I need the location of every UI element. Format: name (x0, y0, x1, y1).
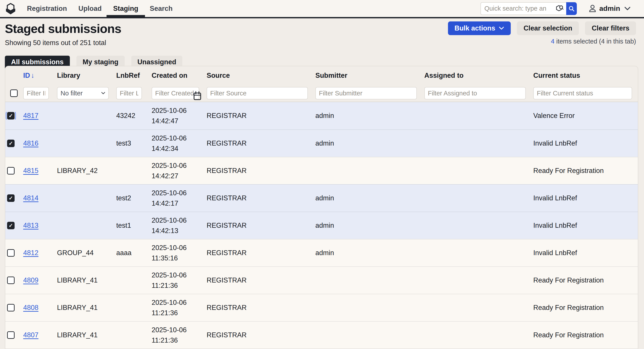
nav-item-upload[interactable]: Upload (78, 0, 102, 17)
checkmark-icon: ✓ (8, 141, 13, 146)
column-header-label: Source (207, 71, 230, 79)
lnbref-cell: test3 (114, 139, 150, 147)
row-checkbox-cell (5, 249, 22, 257)
column-header-submitter[interactable]: Submitter (314, 71, 422, 79)
row-checkbox[interactable]: ✓ (7, 140, 14, 147)
id-cell: 4817 (22, 112, 55, 120)
filter-id-input[interactable] (23, 87, 49, 99)
row-id-link[interactable]: 4817 (23, 112, 38, 119)
row-checkbox[interactable] (7, 167, 14, 174)
row-checkbox[interactable]: ✓ (7, 222, 14, 229)
current-status-cell: Ready For Registration (532, 167, 638, 175)
nav-item-label: Search (150, 5, 172, 12)
row-id-link[interactable]: 4816 (23, 139, 38, 147)
app-logo-icon (5, 2, 16, 15)
created-time: 14:42:27 (152, 171, 205, 181)
filter-library-select[interactable]: No filter (57, 87, 109, 99)
library-cell: LIBRARY_41 (55, 276, 114, 284)
row-checkbox[interactable] (7, 277, 14, 284)
table-row: ✓4816test32025-10-0614:42:34REGISTRARadm… (5, 129, 638, 157)
current-status-cell: Ready For Registration (532, 304, 638, 312)
column-header-id[interactable]: ID↓ (22, 71, 55, 79)
id-cell: 4815 (22, 167, 55, 175)
column-header-assigned-to[interactable]: Assigned to (422, 71, 532, 79)
current-status-cell: Invalid LnbRef (532, 222, 638, 230)
lnbref-cell: 43242 (114, 112, 150, 120)
created-on-cell: 2025-10-0611:21:36 (150, 325, 205, 346)
quick-search-group (480, 2, 577, 15)
created-time: 11:21:36 (152, 308, 205, 318)
nav-item-registration[interactable]: Registration (27, 0, 67, 17)
chevron-down-icon (624, 6, 631, 11)
row-id-link[interactable]: 4807 (23, 331, 38, 339)
source-cell: REGISTRAR (205, 167, 314, 175)
row-id-link[interactable]: 4815 (23, 167, 38, 174)
filter-created-on-input[interactable] (152, 87, 199, 99)
clear-filters-button[interactable]: Clear filters (585, 21, 636, 35)
column-header-library[interactable]: Library (55, 71, 114, 79)
column-header-source[interactable]: Source (205, 71, 314, 79)
created-time: 11:21:36 (152, 335, 205, 346)
row-id-link[interactable]: 4808 (23, 304, 38, 312)
id-cell: 4809 (22, 276, 55, 284)
source-cell: REGISTRAR (205, 139, 314, 147)
sort-desc-icon: ↓ (31, 71, 34, 79)
row-checkbox[interactable]: ✓ (7, 194, 14, 202)
table-filter-row: No filter (5, 85, 638, 102)
row-checkbox-cell: ✓ (5, 140, 22, 147)
bulk-actions-button[interactable]: Bulk actions (448, 21, 511, 35)
nav-item-search[interactable]: Search (150, 0, 172, 17)
filter-source-input[interactable] (207, 87, 308, 99)
lnbref-cell: aaaa (114, 249, 150, 257)
chevron-down-icon (499, 26, 504, 30)
created-on-cell: 2025-10-0611:21:36 (150, 297, 205, 318)
select-all-checkbox[interactable] (10, 89, 18, 97)
row-id-link[interactable]: 4814 (23, 194, 38, 202)
id-cell: 4813 (22, 222, 55, 230)
column-header-label: Current status (533, 71, 580, 79)
source-cell: REGISTRAR (205, 194, 314, 202)
page-header: Staged submissions Showing 50 items out … (0, 18, 644, 53)
current-status-cell: Ready For Registration (532, 276, 638, 284)
created-time: 11:21:36 (152, 280, 205, 291)
clear-selection-button[interactable]: Clear selection (517, 21, 579, 35)
row-checkbox[interactable] (7, 331, 14, 339)
search-button[interactable] (566, 2, 577, 15)
row-checkbox-cell: ✓ (5, 222, 22, 229)
calendar-icon[interactable] (193, 91, 202, 101)
quick-search-input[interactable] (480, 2, 566, 15)
filter-current-status-input[interactable] (533, 87, 632, 99)
nav-item-staging[interactable]: Staging (113, 0, 138, 17)
row-id-link[interactable]: 4812 (23, 249, 38, 257)
column-header-created-on[interactable]: Created on (150, 71, 205, 79)
current-status-cell: Valence Error (532, 112, 638, 120)
active-tab-underline (106, 15, 145, 17)
lnbref-cell: test2 (114, 194, 150, 202)
row-checkbox[interactable] (7, 304, 14, 312)
created-on-cell: 2025-10-0614:42:17 (150, 188, 205, 209)
submitter-cell: admin (314, 249, 422, 257)
column-header-label: Created on (152, 71, 188, 79)
created-on-cell: 2025-10-0611:21:36 (150, 270, 205, 291)
submitter-cell: admin (314, 139, 422, 147)
source-cell: REGISTRAR (205, 304, 314, 312)
filter-lnbref-input[interactable] (116, 87, 142, 99)
created-date: 2025-10-06 (152, 325, 205, 335)
current-status-cell: Invalid LnbRef (532, 194, 638, 202)
row-checkbox-cell (5, 331, 22, 339)
filter-submitter-input[interactable] (315, 87, 417, 99)
submitter-cell: admin (314, 194, 422, 202)
user-menu[interactable]: admin (588, 4, 631, 13)
column-header-lnbref[interactable]: LnbRef (114, 71, 150, 79)
created-time: 11:35:16 (152, 253, 205, 263)
column-header-current-status[interactable]: Current status (532, 71, 638, 79)
created-on-cell: 2025-10-0614:42:13 (150, 215, 205, 236)
source-cell: REGISTRAR (205, 222, 314, 230)
row-id-link[interactable]: 4809 (23, 276, 38, 284)
row-checkbox[interactable] (7, 249, 14, 257)
row-checkbox-cell: ✓ (5, 112, 22, 119)
current-status-cell: Invalid LnbRef (532, 139, 638, 147)
row-checkbox[interactable]: ✓ (7, 112, 14, 119)
row-id-link[interactable]: 4813 (23, 222, 38, 229)
filter-assigned-to-input[interactable] (424, 87, 526, 99)
